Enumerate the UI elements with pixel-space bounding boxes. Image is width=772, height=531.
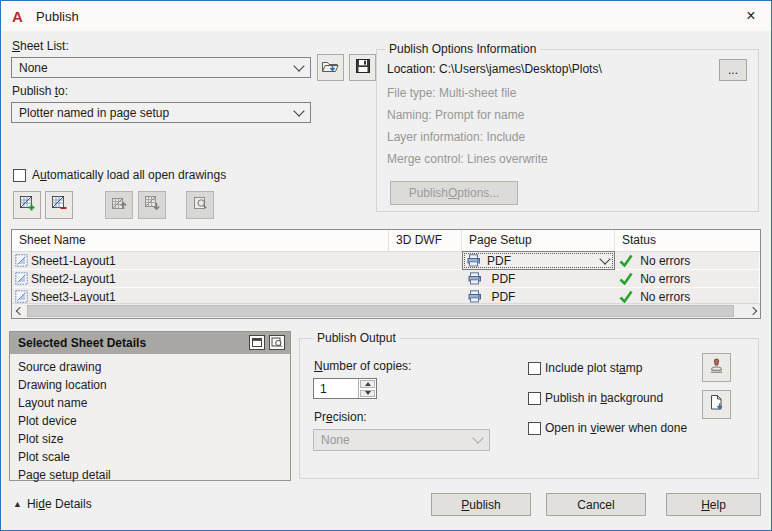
table-row[interactable]: Sheet1-Layout1 PDF [12, 252, 759, 269]
publish-to-value: Plotter named in page setup [19, 106, 295, 120]
table-header: Sheet Name 3D DWF Page Setup Status [12, 230, 760, 252]
scrollbar-thumb[interactable] [27, 305, 734, 317]
open-in-viewer-checkbox[interactable] [528, 422, 541, 435]
status-text: No errors [640, 254, 690, 268]
sheet-name: Sheet2-Layout1 [31, 272, 116, 286]
detail-item: Plot device [18, 414, 77, 428]
column-header-status[interactable]: Status [615, 230, 760, 251]
plot-stamp-settings-button[interactable] [702, 353, 731, 382]
publish-to-select[interactable]: Plotter named in page setup [11, 102, 311, 123]
table-row[interactable]: Sheet2-Layout1 PDF [12, 270, 759, 287]
publish-in-background-label: Publish in background [545, 391, 663, 405]
sheet-icon [15, 290, 28, 303]
close-icon[interactable]: × [731, 1, 771, 31]
precision-select[interactable]: None [313, 429, 490, 451]
sheet-list-value: None [19, 61, 295, 75]
label-mnemonic: P [461, 498, 469, 512]
autocad-logo-icon: A [12, 8, 30, 25]
move-sheet-up-button[interactable] [105, 191, 133, 219]
include-plot-stamp-checkbox[interactable] [528, 362, 541, 375]
label-part: ptions... [457, 186, 499, 200]
cell-3d-dwf [388, 252, 461, 269]
move-sheet-down-button[interactable] [138, 191, 166, 219]
label-part: cision: [333, 410, 367, 424]
open-in-viewer-label: Open in viewer when done [545, 421, 687, 435]
spin-down-icon[interactable] [360, 390, 375, 398]
page-setup-value: PDF [491, 290, 515, 304]
page-setup-select[interactable]: PDF [462, 251, 615, 270]
label-part: ublish [469, 498, 500, 512]
scroll-left-icon[interactable] [12, 304, 27, 318]
view-published-file-button[interactable] [702, 390, 731, 419]
label-mnemonic: O [448, 186, 457, 200]
printer-icon [467, 254, 481, 267]
cancel-button[interactable]: Cancel [546, 493, 646, 516]
label-part: Publish in [545, 391, 600, 405]
column-header-sheet-name[interactable]: Sheet Name [12, 230, 389, 251]
label-part: Publish [409, 186, 448, 200]
page-setup-value: PDF [487, 254, 511, 268]
label-part: heet List: [20, 39, 69, 53]
spin-up-icon[interactable] [360, 380, 375, 388]
label-part: tomatically load all open drawings [47, 168, 226, 182]
check-icon [619, 272, 633, 285]
chevron-down-icon [293, 105, 304, 116]
chevron-down-icon [472, 432, 483, 443]
sheet-icon [15, 272, 28, 285]
details-preview-icon[interactable] [269, 335, 285, 350]
label-mnemonic: H [701, 498, 710, 512]
label-mnemonic: N [314, 359, 323, 373]
label-part: Open in [545, 421, 590, 435]
column-header-page-setup[interactable]: Page Setup [462, 230, 615, 251]
label-part: Publish [12, 84, 55, 98]
horizontal-scrollbar[interactable] [12, 303, 760, 318]
collapse-details-icon[interactable] [249, 335, 265, 350]
auto-load-checkbox[interactable] [13, 169, 26, 182]
stamp-icon [707, 357, 726, 378]
label-part: Include plot st [545, 361, 619, 375]
details-title: Selected Sheet Details [18, 336, 146, 350]
label-part: ackground [607, 391, 663, 405]
publish-in-background-checkbox[interactable] [528, 392, 541, 405]
detail-item: Page setup detail [18, 468, 111, 482]
cell-3d-dwf [388, 270, 461, 287]
page-setup-value: PDF [491, 272, 515, 286]
label-part: A [32, 168, 40, 182]
window-title: Publish [36, 9, 79, 24]
printer-icon [468, 272, 482, 285]
add-sheets-button[interactable] [13, 191, 41, 219]
sheet-name: Sheet3-Layout1 [31, 290, 116, 304]
sheet-list-select[interactable]: None [11, 57, 311, 78]
collapse-arrow-icon: ▲ [13, 499, 22, 509]
publish-to-label: Publish to: [12, 84, 68, 98]
copies-stepper[interactable]: 1 [313, 378, 377, 399]
help-button[interactable]: Help [666, 493, 761, 516]
label-mnemonic: e [326, 410, 333, 424]
selected-sheet-details-panel: Selected Sheet Details Source drawing Dr… [9, 331, 291, 481]
label-part: Hi [27, 497, 38, 511]
detail-item: Source drawing [18, 360, 101, 374]
browse-location-button[interactable]: ... [719, 59, 747, 81]
save-sheet-list-button[interactable] [349, 54, 376, 81]
column-header-3d-dwf[interactable]: 3D DWF [389, 230, 462, 251]
remove-sheets-button[interactable] [45, 191, 73, 219]
layer-information-text: Layer information: Include [387, 130, 525, 144]
detail-item: Plot size [18, 432, 63, 446]
chevron-down-icon [293, 60, 304, 71]
title-bar: A Publish × [1, 1, 771, 31]
hide-details-toggle[interactable]: ▲ Hide Details [13, 497, 92, 511]
preview-button[interactable] [186, 191, 214, 219]
remove-sheet-icon [51, 195, 68, 215]
label-mnemonic: S [12, 39, 20, 53]
location-text: Location: C:\Users\james\Desktop\Plots\ [387, 62, 602, 76]
merge-control-text: Merge control: Lines overwrite [387, 152, 548, 166]
auto-load-label: Automatically load all open drawings [32, 168, 226, 182]
publish-options-button[interactable]: Publish Options... [390, 181, 518, 205]
publish-button[interactable]: Publish [431, 493, 531, 516]
publish-options-group: Publish Options Information Location: C:… [376, 49, 759, 212]
sheet-table: Sheet Name 3D DWF Page Setup Status Shee… [11, 229, 761, 319]
load-sheet-list-button[interactable] [317, 54, 344, 81]
publish-options-group-title: Publish Options Information [385, 42, 540, 56]
copies-label: Number of copies: [314, 359, 411, 373]
scroll-right-icon[interactable] [745, 304, 760, 318]
